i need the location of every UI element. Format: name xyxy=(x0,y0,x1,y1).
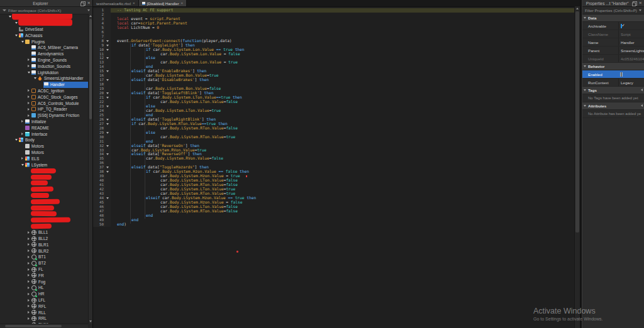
tree-item-motors[interactable]: Motors xyxy=(0,143,88,150)
code-line-48[interactable]: 48end xyxy=(93,214,574,218)
tree-item-blr1[interactable]: BLR1 xyxy=(0,241,88,248)
tree-item-body[interactable]: HR xyxy=(31,291,88,297)
tree-item-body[interactable]: AChassis xyxy=(18,32,88,38)
tree-expand-icon[interactable] xyxy=(14,22,18,24)
property-value[interactable]: Legacy xyxy=(621,80,633,85)
tree-item-bt2[interactable]: BT2 xyxy=(0,260,88,266)
code-line-1[interactable]: 1-- Testing AC FE support xyxy=(93,8,574,13)
close-panel-icon[interactable]: ✕ xyxy=(87,1,91,6)
tree-expand-icon[interactable] xyxy=(26,231,31,234)
tree-expand-icon[interactable] xyxy=(26,268,31,271)
tree-item-body[interactable]: Handler xyxy=(43,82,88,88)
property-row-parent[interactable]: ParentSmeersLightsH... xyxy=(582,46,644,55)
tree-item-induction-sounds[interactable]: Induction_Sounds xyxy=(0,63,88,69)
tree-item-motors[interactable]: Motors xyxy=(0,150,88,156)
tree-item-body[interactable]: Engine_Sounds xyxy=(31,57,88,63)
tree-expand-icon[interactable] xyxy=(20,41,25,43)
float-panel-icon[interactable] xyxy=(81,1,86,6)
tree-expand-icon[interactable] xyxy=(26,299,31,302)
tree-item-body[interactable]: Body xyxy=(0,137,88,143)
tree-item-ac6c-stock-gauges[interactable]: AC6C_Stock_Gauges xyxy=(0,94,88,100)
tree-item-body[interactable]: FR xyxy=(31,272,88,278)
tree-expand-icon[interactable] xyxy=(14,35,18,36)
tree-item-body[interactable]: README xyxy=(25,124,88,131)
tree-item-engine-sounds[interactable]: Engine_Sounds xyxy=(0,57,88,63)
tree-item-redacted[interactable] xyxy=(0,211,88,217)
tree-expand-icon[interactable] xyxy=(26,72,31,74)
tree-item-lsystem[interactable]: LSystem xyxy=(0,161,88,168)
code-line-49[interactable]: 49end xyxy=(93,218,574,222)
tree-item-readme[interactable]: README xyxy=(0,124,88,131)
checkbox-enabled[interactable] xyxy=(621,72,622,77)
tree-item-handler[interactable]: Handler xyxy=(0,82,88,88)
tree-expand-icon[interactable] xyxy=(26,114,31,117)
tree-item--ss6-dynamic-friction[interactable]: [SS6] Dynamic Friction xyxy=(0,112,88,119)
fold-arrow-icon[interactable] xyxy=(105,122,111,126)
code-line-6[interactable]: 6 xyxy=(93,30,574,35)
tree-item-redacted[interactable] xyxy=(0,168,88,174)
tree-expand-icon[interactable] xyxy=(20,120,25,123)
property-row-classname[interactable]: ClassNameScript xyxy=(582,30,644,38)
tree-item-body[interactable]: BT2 xyxy=(31,260,88,266)
tree-expand-icon[interactable] xyxy=(26,102,31,104)
tree-item-body[interactable]: RFL xyxy=(31,303,88,309)
tree-item-lightaddon[interactable]: LightAddon xyxy=(0,69,88,75)
tree-item-interface[interactable]: Interface xyxy=(0,131,88,137)
editor-tab-0[interactable]: testtherealca4ic.rbxl× xyxy=(93,0,139,6)
tree-item-ac6-controls-module[interactable]: AC6_Controls_Module xyxy=(0,100,88,106)
scrollbar-thumb[interactable] xyxy=(89,19,92,119)
fold-arrow-icon[interactable] xyxy=(105,48,111,52)
section-header-behavior[interactable]: Behavior xyxy=(582,63,644,70)
tree-item-body[interactable]: Fog xyxy=(31,278,88,285)
fold-arrow-icon[interactable] xyxy=(105,144,111,148)
tree-item-hp-tq-reader[interactable]: HP_TQ_Reader xyxy=(0,106,88,112)
tree-item-body[interactable]: Initialize xyxy=(25,119,88,125)
tree-item-body[interactable]: Body xyxy=(18,137,88,143)
code-line-13[interactable]: 13car.Body.LSystem.Lon.Value = true xyxy=(93,60,574,65)
tree-item-body[interactable]: Motors xyxy=(25,150,88,156)
tree-item-blr2[interactable]: BLR2 xyxy=(0,248,88,254)
tree-item-body[interactable]: LFL xyxy=(31,297,88,303)
tree-item-lfl[interactable]: LFL xyxy=(0,297,88,303)
tree-item-body[interactable]: ELS xyxy=(25,155,88,161)
property-row-enabled[interactable]: Enabled xyxy=(582,70,644,79)
tree-item-fog[interactable]: Fog xyxy=(0,278,88,285)
fold-arrow-icon[interactable] xyxy=(105,91,111,96)
fold-arrow-icon[interactable] xyxy=(105,39,111,43)
scroll-down-icon[interactable] xyxy=(89,319,92,324)
code-line-5[interactable]: 5local LichtNum = 0 xyxy=(93,26,574,30)
property-row-runcontext[interactable]: RunContextLegacy xyxy=(582,79,644,87)
tree-item-body[interactable]: HP_TQ_Reader xyxy=(31,106,88,112)
section-header-attributes[interactable]: Attributes xyxy=(582,102,644,110)
scroll-up-icon[interactable] xyxy=(89,14,92,18)
property-value[interactable]: Script xyxy=(621,32,631,36)
tab-close-icon[interactable]: × xyxy=(180,1,183,5)
tree-item-driveseat[interactable]: DriveSeat xyxy=(0,26,88,33)
chevron-down-icon[interactable] xyxy=(87,9,90,11)
code-line-24[interactable]: 24car.Body.LSystem.LTon.Value=true xyxy=(93,109,574,113)
tree-item-fr[interactable]: FR xyxy=(0,272,88,278)
tree-item-redacted[interactable] xyxy=(0,223,88,229)
tree-item-body[interactable]: Induction_Sounds xyxy=(31,63,88,69)
property-value[interactable]: Handler xyxy=(621,40,635,45)
tree-item-body[interactable]: HL xyxy=(31,285,88,291)
code-line-30[interactable]: 30car.Body.LSystem.RTon.Value=true xyxy=(93,135,574,139)
tree-item-redacted[interactable] xyxy=(0,186,88,192)
tree-item-body[interactable]: RLL xyxy=(31,309,88,315)
fold-arrow-icon[interactable] xyxy=(105,96,111,100)
editor-scrollbar[interactable] xyxy=(574,6,580,328)
tree-expand-icon[interactable] xyxy=(8,16,12,18)
tree-item-body[interactable]: BLL1 xyxy=(31,229,88,236)
fold-arrow-icon[interactable] xyxy=(105,196,111,200)
fold-arrow-icon[interactable] xyxy=(105,69,111,74)
explorer-horizontal-scrollbar[interactable] xyxy=(0,324,88,328)
fold-arrow-icon[interactable] xyxy=(105,118,111,122)
tree-item-body[interactable]: DriveSeat xyxy=(18,26,88,33)
fold-arrow-icon[interactable] xyxy=(105,152,111,156)
tree-item-redacted[interactable] xyxy=(0,217,88,223)
tree-expand-icon[interactable] xyxy=(26,293,31,295)
tree-item-rrl[interactable]: RRL xyxy=(0,315,88,322)
code-area[interactable]: 1-- Testing AC FE support23local event =… xyxy=(93,6,574,328)
tree-item-redacted[interactable] xyxy=(0,205,88,211)
fold-arrow-icon[interactable] xyxy=(105,170,111,174)
